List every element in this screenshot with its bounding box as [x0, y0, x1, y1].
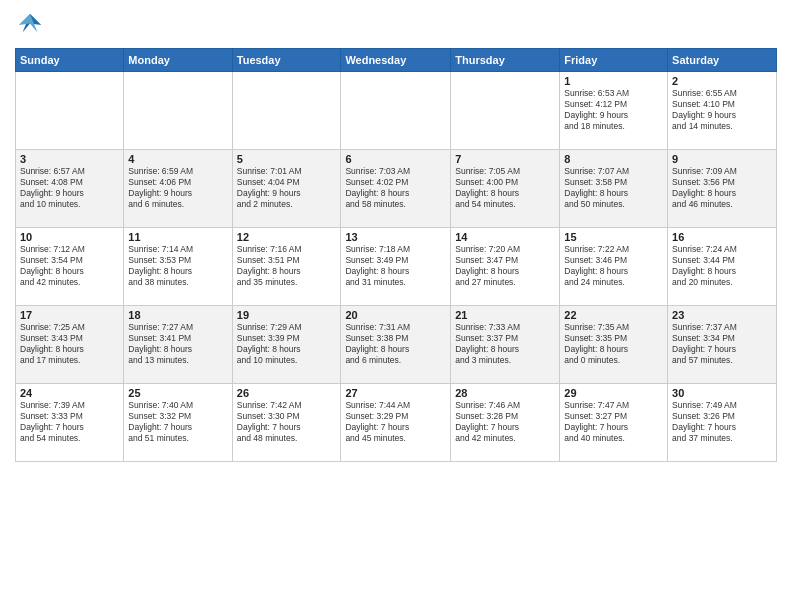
calendar-header: SundayMondayTuesdayWednesdayThursdayFrid…	[16, 49, 777, 72]
weekday-header-friday: Friday	[560, 49, 668, 72]
logo-icon	[15, 10, 45, 40]
day-number: 17	[20, 309, 119, 321]
calendar-cell: 30Sunrise: 7:49 AM Sunset: 3:26 PM Dayli…	[668, 384, 777, 462]
calendar-cell: 8Sunrise: 7:07 AM Sunset: 3:58 PM Daylig…	[560, 150, 668, 228]
day-number: 30	[672, 387, 772, 399]
calendar-cell	[451, 72, 560, 150]
calendar-week-5: 24Sunrise: 7:39 AM Sunset: 3:33 PM Dayli…	[16, 384, 777, 462]
day-info: Sunrise: 6:59 AM Sunset: 4:06 PM Dayligh…	[128, 166, 227, 210]
day-info: Sunrise: 7:18 AM Sunset: 3:49 PM Dayligh…	[345, 244, 446, 288]
calendar-cell: 26Sunrise: 7:42 AM Sunset: 3:30 PM Dayli…	[232, 384, 341, 462]
calendar-cell: 3Sunrise: 6:57 AM Sunset: 4:08 PM Daylig…	[16, 150, 124, 228]
calendar-cell: 9Sunrise: 7:09 AM Sunset: 3:56 PM Daylig…	[668, 150, 777, 228]
calendar-cell: 4Sunrise: 6:59 AM Sunset: 4:06 PM Daylig…	[124, 150, 232, 228]
day-number: 9	[672, 153, 772, 165]
day-info: Sunrise: 7:01 AM Sunset: 4:04 PM Dayligh…	[237, 166, 337, 210]
day-info: Sunrise: 7:29 AM Sunset: 3:39 PM Dayligh…	[237, 322, 337, 366]
day-number: 12	[237, 231, 337, 243]
day-info: Sunrise: 7:24 AM Sunset: 3:44 PM Dayligh…	[672, 244, 772, 288]
calendar-cell: 18Sunrise: 7:27 AM Sunset: 3:41 PM Dayli…	[124, 306, 232, 384]
weekday-header-sunday: Sunday	[16, 49, 124, 72]
weekday-header-thursday: Thursday	[451, 49, 560, 72]
day-number: 6	[345, 153, 446, 165]
calendar-week-3: 10Sunrise: 7:12 AM Sunset: 3:54 PM Dayli…	[16, 228, 777, 306]
header	[15, 10, 777, 40]
calendar-cell: 25Sunrise: 7:40 AM Sunset: 3:32 PM Dayli…	[124, 384, 232, 462]
day-info: Sunrise: 7:22 AM Sunset: 3:46 PM Dayligh…	[564, 244, 663, 288]
day-number: 24	[20, 387, 119, 399]
day-number: 23	[672, 309, 772, 321]
calendar-cell: 7Sunrise: 7:05 AM Sunset: 4:00 PM Daylig…	[451, 150, 560, 228]
day-info: Sunrise: 7:16 AM Sunset: 3:51 PM Dayligh…	[237, 244, 337, 288]
day-info: Sunrise: 7:09 AM Sunset: 3:56 PM Dayligh…	[672, 166, 772, 210]
day-number: 27	[345, 387, 446, 399]
day-info: Sunrise: 7:20 AM Sunset: 3:47 PM Dayligh…	[455, 244, 555, 288]
day-number: 21	[455, 309, 555, 321]
calendar-cell: 6Sunrise: 7:03 AM Sunset: 4:02 PM Daylig…	[341, 150, 451, 228]
calendar-cell: 11Sunrise: 7:14 AM Sunset: 3:53 PM Dayli…	[124, 228, 232, 306]
weekday-header-row: SundayMondayTuesdayWednesdayThursdayFrid…	[16, 49, 777, 72]
calendar-cell	[16, 72, 124, 150]
day-number: 18	[128, 309, 227, 321]
calendar-cell	[232, 72, 341, 150]
day-number: 19	[237, 309, 337, 321]
day-number: 20	[345, 309, 446, 321]
calendar-body: 1Sunrise: 6:53 AM Sunset: 4:12 PM Daylig…	[16, 72, 777, 462]
calendar-cell: 15Sunrise: 7:22 AM Sunset: 3:46 PM Dayli…	[560, 228, 668, 306]
day-info: Sunrise: 6:55 AM Sunset: 4:10 PM Dayligh…	[672, 88, 772, 132]
calendar-cell: 5Sunrise: 7:01 AM Sunset: 4:04 PM Daylig…	[232, 150, 341, 228]
calendar-cell: 24Sunrise: 7:39 AM Sunset: 3:33 PM Dayli…	[16, 384, 124, 462]
day-info: Sunrise: 7:03 AM Sunset: 4:02 PM Dayligh…	[345, 166, 446, 210]
calendar-cell: 2Sunrise: 6:55 AM Sunset: 4:10 PM Daylig…	[668, 72, 777, 150]
day-info: Sunrise: 7:39 AM Sunset: 3:33 PM Dayligh…	[20, 400, 119, 444]
logo	[15, 10, 47, 40]
day-number: 13	[345, 231, 446, 243]
calendar-cell: 22Sunrise: 7:35 AM Sunset: 3:35 PM Dayli…	[560, 306, 668, 384]
calendar-cell: 27Sunrise: 7:44 AM Sunset: 3:29 PM Dayli…	[341, 384, 451, 462]
calendar-cell: 10Sunrise: 7:12 AM Sunset: 3:54 PM Dayli…	[16, 228, 124, 306]
calendar-cell: 16Sunrise: 7:24 AM Sunset: 3:44 PM Dayli…	[668, 228, 777, 306]
day-number: 22	[564, 309, 663, 321]
day-info: Sunrise: 7:05 AM Sunset: 4:00 PM Dayligh…	[455, 166, 555, 210]
calendar-cell: 21Sunrise: 7:33 AM Sunset: 3:37 PM Dayli…	[451, 306, 560, 384]
day-info: Sunrise: 7:14 AM Sunset: 3:53 PM Dayligh…	[128, 244, 227, 288]
calendar-cell: 12Sunrise: 7:16 AM Sunset: 3:51 PM Dayli…	[232, 228, 341, 306]
calendar-week-1: 1Sunrise: 6:53 AM Sunset: 4:12 PM Daylig…	[16, 72, 777, 150]
calendar-cell: 13Sunrise: 7:18 AM Sunset: 3:49 PM Dayli…	[341, 228, 451, 306]
day-number: 25	[128, 387, 227, 399]
day-info: Sunrise: 7:12 AM Sunset: 3:54 PM Dayligh…	[20, 244, 119, 288]
weekday-header-wednesday: Wednesday	[341, 49, 451, 72]
day-info: Sunrise: 7:47 AM Sunset: 3:27 PM Dayligh…	[564, 400, 663, 444]
calendar-cell: 14Sunrise: 7:20 AM Sunset: 3:47 PM Dayli…	[451, 228, 560, 306]
day-number: 16	[672, 231, 772, 243]
calendar-table: SundayMondayTuesdayWednesdayThursdayFrid…	[15, 48, 777, 462]
day-number: 29	[564, 387, 663, 399]
day-number: 1	[564, 75, 663, 87]
day-info: Sunrise: 7:27 AM Sunset: 3:41 PM Dayligh…	[128, 322, 227, 366]
calendar-cell	[341, 72, 451, 150]
weekday-header-monday: Monday	[124, 49, 232, 72]
day-info: Sunrise: 7:49 AM Sunset: 3:26 PM Dayligh…	[672, 400, 772, 444]
day-info: Sunrise: 7:35 AM Sunset: 3:35 PM Dayligh…	[564, 322, 663, 366]
day-number: 11	[128, 231, 227, 243]
day-info: Sunrise: 6:53 AM Sunset: 4:12 PM Dayligh…	[564, 88, 663, 132]
day-number: 15	[564, 231, 663, 243]
day-info: Sunrise: 7:31 AM Sunset: 3:38 PM Dayligh…	[345, 322, 446, 366]
day-info: Sunrise: 7:46 AM Sunset: 3:28 PM Dayligh…	[455, 400, 555, 444]
day-info: Sunrise: 7:44 AM Sunset: 3:29 PM Dayligh…	[345, 400, 446, 444]
day-number: 14	[455, 231, 555, 243]
day-info: Sunrise: 7:07 AM Sunset: 3:58 PM Dayligh…	[564, 166, 663, 210]
day-number: 3	[20, 153, 119, 165]
calendar-week-2: 3Sunrise: 6:57 AM Sunset: 4:08 PM Daylig…	[16, 150, 777, 228]
day-info: Sunrise: 7:37 AM Sunset: 3:34 PM Dayligh…	[672, 322, 772, 366]
calendar-cell: 23Sunrise: 7:37 AM Sunset: 3:34 PM Dayli…	[668, 306, 777, 384]
day-number: 8	[564, 153, 663, 165]
calendar-cell: 19Sunrise: 7:29 AM Sunset: 3:39 PM Dayli…	[232, 306, 341, 384]
day-number: 10	[20, 231, 119, 243]
weekday-header-saturday: Saturday	[668, 49, 777, 72]
calendar-cell: 28Sunrise: 7:46 AM Sunset: 3:28 PM Dayli…	[451, 384, 560, 462]
day-number: 7	[455, 153, 555, 165]
calendar-cell: 17Sunrise: 7:25 AM Sunset: 3:43 PM Dayli…	[16, 306, 124, 384]
calendar-cell	[124, 72, 232, 150]
calendar-cell: 1Sunrise: 6:53 AM Sunset: 4:12 PM Daylig…	[560, 72, 668, 150]
